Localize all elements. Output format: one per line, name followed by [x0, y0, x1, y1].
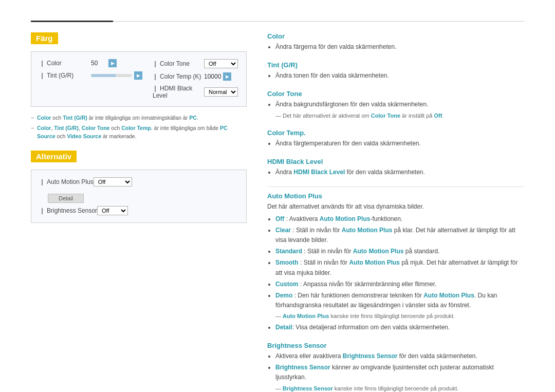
- right-colortemp-title: Color Temp.: [267, 129, 524, 137]
- farg-right-settings: ❙Color Tone Off Cool Normal Warm1 Warm2: [153, 59, 238, 99]
- right-automotion-body: Det här alternativet används för att vis…: [267, 202, 524, 332]
- color-label: ❙Color: [40, 60, 91, 67]
- right-color-section: Color Ändra färgerna för den valda skärm…: [267, 32, 524, 52]
- farg-section: Färg ❙Color 50: [31, 32, 247, 140]
- tint-arrow-btn[interactable]: ▶: [134, 71, 142, 80]
- colortone-note: Det här alternativet är aktiverat om Col…: [275, 111, 524, 120]
- farg-note-2: Color, Tint (G/R), Color Tone och Color …: [31, 124, 247, 141]
- right-tint-body: Ändra tonen för den valda skärmenheten.: [267, 71, 524, 81]
- right-colortemp-body: Ändra färgtemperaturen för den valda skä…: [267, 139, 524, 148]
- automotionplus-value-box: Off Clear Standard Smooth Custom Demo: [94, 177, 132, 186]
- automotionplus-dropdown[interactable]: Off Clear Standard Smooth Custom Demo: [94, 177, 132, 186]
- colortemp-label: ❙Color Temp (K): [153, 73, 204, 80]
- right-brightness-section: Brightness Sensor Aktivera eller avaktiv…: [267, 342, 524, 392]
- colortone-setting-row: ❙Color Tone Off Cool Normal Warm1 Warm2: [153, 59, 238, 68]
- right-brightness-title: Brightness Sensor: [267, 342, 524, 349]
- brightness-label: ❙Brightness Sensor: [40, 207, 97, 214]
- right-hdmi-title: HDMI Black Level: [267, 158, 524, 165]
- farg-settings-box: ❙Color 50 ▶ ❙Tint (G/R): [31, 51, 247, 107]
- right-brightness-body: Aktivera eller avaktivera Brightness Sen…: [267, 351, 524, 392]
- tint-slider[interactable]: [91, 74, 132, 77]
- automotion-note1: Auto Motion Plus kanske inte finns tillg…: [275, 312, 524, 321]
- brightness-note1: Brightness Sensor kanske inte finns till…: [275, 384, 524, 392]
- farg-notes: Color och Tint (G/R) är inte tillgänglig…: [31, 114, 247, 140]
- tint-label: ❙Tint (G/R): [40, 72, 91, 79]
- right-automotion-section: Auto Motion Plus Det här alternativet an…: [267, 192, 524, 332]
- colortone-value-box: Off Cool Normal Warm1 Warm2: [204, 59, 238, 68]
- tint-setting-row: ❙Tint (G/R) ▶: [40, 71, 142, 80]
- detail-button[interactable]: Detail: [48, 194, 84, 203]
- alternativ-heading: Alternativ: [31, 151, 77, 162]
- top-rule: [31, 21, 524, 22]
- right-column: Color Ändra färgerna för den valda skärm…: [267, 32, 524, 392]
- automotionplus-setting-row: ❙Auto Motion Plus Off Clear Standard Smo…: [40, 177, 238, 186]
- colortone-dropdown[interactable]: Off Cool Normal Warm1 Warm2: [204, 59, 238, 68]
- brightness-dropdown[interactable]: Off On: [97, 206, 128, 215]
- brightness-setting-row: ❙Brightness Sensor Off On: [40, 206, 238, 215]
- left-column: Färg ❙Color 50: [31, 32, 247, 392]
- section-divider: [267, 186, 524, 187]
- colortemp-value: 10000: [204, 73, 221, 80]
- hdmi-setting-row: ❙HDMI Black Level Normal Low: [153, 85, 238, 99]
- rule-thick: [31, 21, 113, 22]
- right-hdmi-body: Ändra HDMI Black Level för den valda skä…: [267, 167, 524, 177]
- right-colortone-title: Color Tone: [267, 90, 524, 98]
- color-arrow-btn[interactable]: ▶: [108, 59, 117, 67]
- hdmi-dropdown[interactable]: Normal Low: [204, 87, 238, 97]
- farg-left-settings: ❙Color 50 ▶ ❙Tint (G/R): [40, 59, 142, 99]
- automotionplus-label: ❙Auto Motion Plus: [40, 178, 94, 185]
- right-colortemp-section: Color Temp. Ändra färgtemperaturen för d…: [267, 129, 524, 148]
- right-colortone-section: Color Tone Ändra bakgrundsfärgtonen för …: [267, 90, 524, 120]
- right-tint-title: Tint (G/R): [267, 61, 524, 69]
- brightness-value-box: Off On: [97, 206, 128, 215]
- tint-value-box: ▶: [91, 71, 142, 80]
- right-automotion-title: Auto Motion Plus: [267, 192, 524, 200]
- hdmi-value-box: Normal Low: [204, 87, 238, 97]
- hdmi-label: ❙HDMI Black Level: [153, 85, 204, 99]
- right-tint-section: Tint (G/R) Ändra tonen för den valda skä…: [267, 61, 524, 81]
- right-color-body: Ändra färgerna för den valda skärmenhete…: [267, 42, 524, 52]
- colortone-label: ❙Color Tone: [153, 60, 204, 67]
- colortemp-arrow-btn[interactable]: ▶: [223, 72, 231, 81]
- color-value-box: 50 ▶: [91, 59, 117, 67]
- color-value: 50: [91, 60, 106, 67]
- rule-thin: [113, 21, 524, 22]
- farg-note-1: Color och Tint (G/R) är inte tillgänglig…: [31, 114, 247, 122]
- alternativ-settings-box: ❙Auto Motion Plus Off Clear Standard Smo…: [31, 170, 247, 223]
- right-colortone-body: Ändra bakgrundsfärgtonen för den valda s…: [267, 100, 524, 120]
- detail-btn-row: Detail: [40, 191, 238, 206]
- color-setting-row: ❙Color 50 ▶: [40, 59, 142, 67]
- colortemp-setting-row: ❙Color Temp (K) 10000 ▶: [153, 72, 238, 81]
- colortemp-value-box: 10000 ▶: [204, 72, 231, 81]
- right-hdmi-section: HDMI Black Level Ändra HDMI Black Level …: [267, 158, 524, 177]
- alternativ-section: Alternativ ❙Auto Motion Plus Off Clear S…: [31, 151, 247, 223]
- right-color-title: Color: [267, 32, 524, 40]
- farg-heading: Färg: [31, 32, 58, 44]
